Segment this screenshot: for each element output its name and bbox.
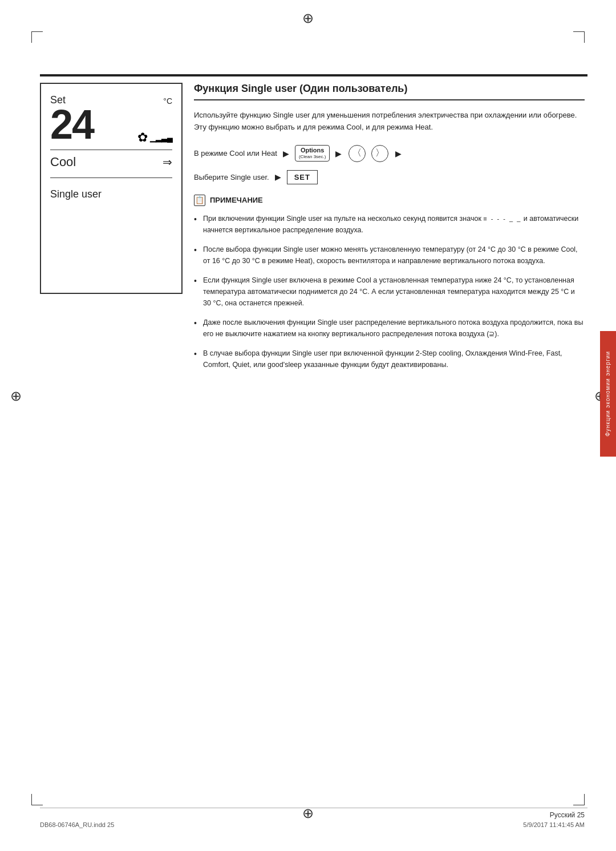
corner-br	[573, 794, 585, 805]
corner-tr	[573, 31, 585, 43]
print-date: 5/9/2017 11:41:45 AM	[523, 821, 585, 828]
note-item-1: При включении функции Single user на пул…	[194, 213, 585, 236]
reg-mark-left: ⊕	[10, 388, 22, 404]
note-header: 📋 ПРИМЕЧАНИЕ	[194, 195, 585, 206]
display-divider-2	[50, 178, 172, 178]
note-item-3: Если функция Single user включена в режи…	[194, 275, 585, 309]
set-button[interactable]: SET	[287, 170, 318, 184]
display-panel: Set °C 24 ✿ ▁▂▃▄ Cool ⇒ Single user	[40, 83, 183, 294]
instruction1-label: В режиме Cool или Heat	[194, 149, 277, 158]
arrow-1: ▶	[283, 149, 289, 158]
description-text: Используйте функцию Single user для умен…	[194, 110, 585, 134]
note-item-2: После выбора функции Single user можно м…	[194, 244, 585, 267]
cool-label: Cool	[50, 155, 76, 170]
page-number: Русский 25	[550, 811, 585, 819]
celsius-label: °C	[163, 96, 172, 106]
temperature-display: 24	[50, 104, 94, 145]
nav-left-button[interactable]: 〈	[348, 145, 366, 162]
single-user-label: Single user	[50, 188, 102, 200]
corner-tl	[31, 31, 43, 43]
arrow-3: ▶	[395, 149, 402, 158]
note-list: При включении функции Single user на пул…	[194, 213, 585, 370]
note-icon: 📋	[194, 195, 205, 206]
note-section: 📋 ПРИМЕЧАНИЕ При включении функции Singl…	[194, 195, 585, 370]
side-tab: Функции экономии энергии	[600, 331, 616, 457]
fan-icon: ✿	[137, 130, 148, 145]
dashes-symbol: ≡ - - - _ _	[483, 215, 521, 222]
instruction-row-2: Выберите Single user. ▶ SET	[194, 170, 585, 184]
note-item-5: В случае выбора функции Single user при …	[194, 348, 585, 370]
side-tab-label: Функции экономии энергии	[604, 351, 612, 437]
arrow-4: ▶	[275, 172, 281, 182]
reg-mark-top: ⊕	[302, 10, 314, 26]
right-panel: Функция Single user (Один пользователь) …	[194, 83, 585, 378]
signal-bars-icon: ▁▂▃▄	[150, 133, 172, 142]
note-item-4: Даже после выключения функции Single use…	[194, 317, 585, 340]
top-divider	[40, 74, 587, 76]
section-title: Функция Single user (Один пользователь)	[194, 83, 585, 100]
corner-bl	[31, 794, 43, 805]
instruction2-label: Выберите Single user.	[194, 173, 269, 182]
options-button[interactable]: Options (Clean 3sec.)	[295, 145, 330, 162]
wave-symbol: ⊇	[489, 330, 495, 338]
wave-icon: ⇒	[163, 155, 172, 169]
footer-line	[40, 808, 587, 808]
arrow-2: ▶	[335, 149, 342, 158]
display-divider-1	[50, 150, 172, 150]
instruction-row-1: В режиме Cool или Heat ▶ Options (Clean …	[194, 145, 585, 162]
nav-right-button[interactable]: 〉	[371, 145, 388, 162]
doc-id: DB68-06746A_RU.indd 25	[40, 821, 114, 828]
